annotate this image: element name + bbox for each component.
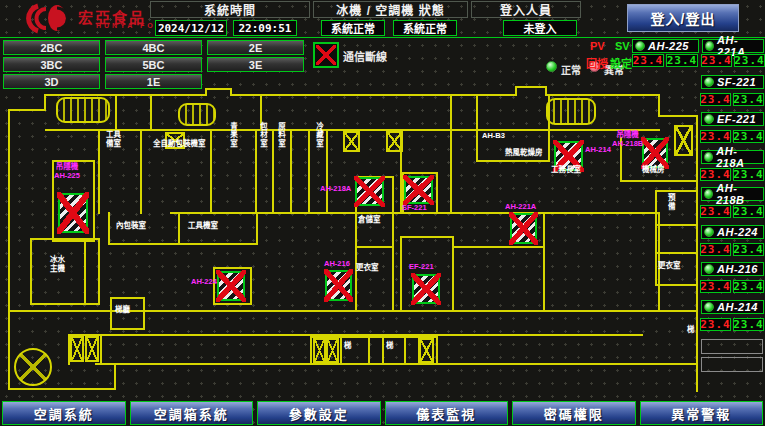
brand-logo-icon — [24, 2, 74, 39]
unit-ah-218a[interactable]: AH-218A — [701, 150, 764, 164]
floor-button-2e[interactable]: 2E — [207, 40, 304, 55]
login-logout-button[interactable]: 登入/登出 — [627, 4, 739, 32]
wall-segment — [210, 129, 212, 214]
unit-name: AH-224 — [717, 226, 758, 238]
wall-segment — [543, 212, 545, 312]
wall-segment — [655, 190, 657, 286]
unit-name: AH-216 — [717, 263, 758, 275]
map-unit-label: SF-221 — [402, 204, 427, 213]
map-unit-label: AH-224 — [191, 278, 217, 287]
unit-ah-225[interactable]: AH-225 — [632, 39, 699, 53]
machine-status-label: 冰機 / 空調機 狀態 — [313, 1, 468, 18]
unit-ah-221a[interactable]: AH-221A — [702, 39, 764, 53]
wall-segment — [45, 94, 207, 96]
wall-segment — [355, 246, 394, 248]
bottom-nav-空調箱系統[interactable]: 空調箱系統 — [130, 401, 254, 425]
map-unit-label: AH-214 — [585, 146, 611, 155]
alarm-icon-sf-221[interactable] — [404, 176, 433, 204]
hmi-screen: 宏亞食品 HUNYA FOODS 系統時間 冰機 / 空調機 狀態 登入人員 2… — [0, 0, 765, 426]
room-label: 工具 備室 — [106, 131, 121, 148]
alarm-icon-ah-224[interactable] — [217, 271, 245, 301]
wall-segment — [213, 267, 252, 269]
system-date-value: 2024/12/12 — [155, 20, 227, 36]
wall-segment — [620, 180, 698, 182]
header-bar: 宏亞食品 HUNYA FOODS 系統時間 冰機 / 空調機 狀態 登入人員 2… — [0, 0, 765, 38]
room-label: 冰水 主機 — [50, 256, 65, 273]
unit-sv-value-ah-218a: 23.4 — [733, 168, 764, 181]
pv-row-label: 回授 — [586, 55, 608, 71]
unit-name: AH-218A — [716, 145, 761, 169]
bottom-nav-異常警報[interactable]: 異常警報 — [640, 401, 764, 425]
floor-button-3bc[interactable]: 3BC — [3, 57, 100, 72]
unit-status-led-icon — [704, 302, 714, 312]
unit-sv-value-ah-224: 23.4 — [733, 243, 764, 256]
bottom-nav-儀表監視[interactable]: 儀表監視 — [385, 401, 509, 425]
unit-pv-value-ah-214: 23.4 — [700, 318, 731, 331]
comm-break-label: 通信斷線 — [343, 48, 387, 64]
wall-segment — [476, 160, 550, 162]
alarm-icon-ah-218b[interactable] — [642, 138, 668, 168]
wall-segment — [382, 336, 384, 363]
stairs-icon — [14, 348, 52, 386]
unit-status-led-icon — [635, 41, 645, 51]
unit-sv-value-sf-221: 23.4 — [733, 93, 764, 106]
unit-status-led-icon — [704, 189, 713, 199]
wall-segment — [150, 94, 152, 131]
unit-sf-221[interactable]: SF-221 — [701, 75, 764, 89]
unit-status-led-icon — [704, 264, 714, 274]
wall-segment — [545, 94, 660, 96]
normal-label: 正常 — [561, 62, 581, 77]
unit-status-led-icon — [705, 41, 714, 51]
unit-ef-221[interactable]: EF-221 — [701, 112, 764, 126]
floor-button-3d[interactable]: 3D — [3, 74, 100, 89]
shaft-x-icon — [85, 336, 99, 362]
unit-pv-value-sf-221: 23.4 — [700, 93, 731, 106]
wall-segment — [108, 243, 258, 245]
unit-sv-value-ah-218b: 23.4 — [733, 205, 764, 218]
floor-button-2bc[interactable]: 2BC — [3, 40, 100, 55]
alarm-icon-ah-221a[interactable] — [510, 213, 537, 244]
unit-ah-216[interactable]: AH-216 — [701, 262, 764, 276]
floor-button-1e[interactable]: 1E — [105, 74, 202, 89]
unit-ah-224[interactable]: AH-224 — [701, 225, 764, 239]
floor-button-3e[interactable]: 3E — [207, 57, 304, 72]
unit-name: AH-214 — [717, 301, 758, 313]
alarm-icon-ah-216[interactable] — [325, 270, 352, 301]
floor-button-4bc[interactable]: 4BC — [105, 40, 202, 55]
wall-segment — [450, 129, 452, 214]
wall-segment — [655, 252, 698, 254]
unit-status-led-icon — [704, 227, 714, 237]
room-label: 倉儲室 — [358, 216, 381, 225]
wall-segment — [658, 94, 660, 117]
alarm-icon-ah-225[interactable] — [58, 193, 88, 233]
alarm-icon-ah-218a[interactable] — [355, 177, 384, 206]
wall-segment — [655, 190, 698, 192]
wall-segment — [392, 176, 394, 312]
shaft-x-icon — [70, 336, 84, 362]
unit-ah-218b[interactable]: AH-218B — [701, 187, 764, 201]
room-label: 冷藏室 — [314, 122, 323, 148]
empty-slot — [701, 339, 763, 354]
unit-status-led-icon — [704, 152, 713, 162]
bottom-nav-參數設定[interactable]: 參數設定 — [257, 401, 381, 425]
chiller-status-value: 系統正常 — [321, 20, 385, 36]
wall-segment — [400, 236, 402, 312]
system-time-label: 系統時間 — [150, 1, 310, 18]
map-unit-label: 吊隱機 AH-218B — [612, 131, 643, 148]
wall-segment — [230, 94, 517, 96]
wall-segment — [368, 336, 370, 363]
map-unit-label: 吊隱機 AH-225 — [54, 163, 80, 180]
unit-ah-214[interactable]: AH-214 — [701, 300, 764, 314]
room-label: 預 備 — [668, 194, 676, 211]
wall-segment — [8, 109, 10, 390]
shaft-x-icon — [386, 131, 403, 152]
alarm-icon-ef-221[interactable] — [412, 274, 440, 304]
login-person-label: 登入人員 — [471, 1, 581, 18]
wall-segment — [178, 212, 180, 245]
bottom-nav-密碼權限[interactable]: 密碼權限 — [512, 401, 636, 425]
floor-button-5bc[interactable]: 5BC — [105, 57, 202, 72]
wall-segment — [8, 109, 46, 111]
wall-segment — [140, 129, 142, 214]
bottom-nav-空調系統[interactable]: 空調系統 — [2, 401, 126, 425]
unit-pv-value-ah-218a: 23.4 — [700, 168, 731, 181]
